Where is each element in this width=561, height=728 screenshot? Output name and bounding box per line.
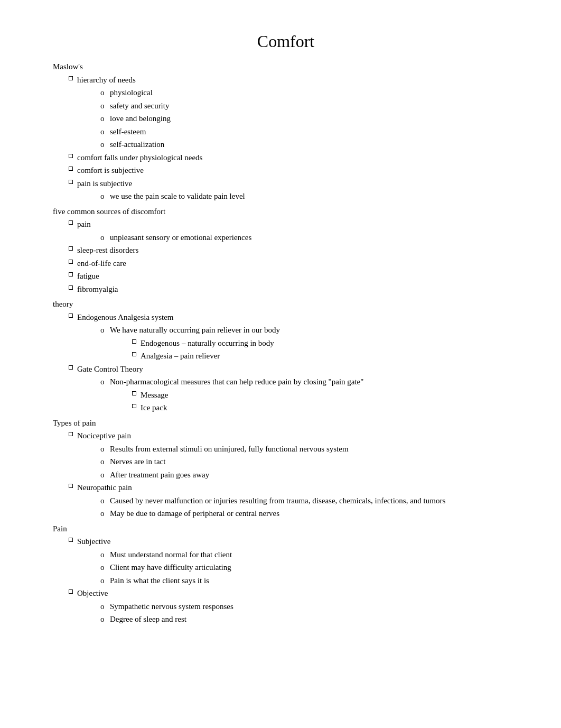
non-pharm-text: Non-pharmacological measures that can he… (110, 376, 519, 388)
pain-says-item: o Pain is what the client says it is (100, 575, 519, 587)
objective-item: Objective (69, 587, 519, 600)
bullet-icon (132, 404, 136, 408)
bullet-icon (69, 432, 73, 436)
bullet-o-icon: o (100, 113, 110, 125)
caused-by-item: o Caused by never malfunction or injurie… (100, 495, 519, 507)
caused-by-text: Caused by never malfunction or injuries … (110, 495, 519, 507)
bullet-o-icon: o (100, 232, 110, 244)
bullet-o-icon: o (100, 495, 110, 507)
comfort-subj-item: comfort is subjective (69, 164, 519, 177)
hierarchy-item: hierarchy of needs (69, 74, 519, 86)
neuropathic-item: Neuropathic pain (69, 482, 519, 494)
unpleasant-item: o unpleasant sensory or emotional experi… (100, 232, 519, 244)
bullet-o-icon: o (100, 324, 110, 336)
bullet-o-icon: o (100, 443, 110, 455)
message-item: Message (132, 389, 519, 401)
fibromyalgia-item: fibromyalgia (69, 283, 519, 296)
comfort-falls-item: comfort falls under physiological needs (69, 152, 519, 164)
bullet-o-icon: o (100, 549, 110, 561)
bullet-o-icon: o (100, 601, 110, 613)
bullet-icon (69, 167, 73, 171)
pain-text: pain (77, 218, 519, 231)
bullet-o-icon: o (100, 190, 110, 202)
bullet-icon (69, 260, 73, 264)
endogenous-item: Endogenous Analgesia system (69, 311, 519, 324)
theory-label: theory (53, 298, 519, 310)
bullet-icon (69, 538, 73, 542)
must-understand-item: o Must understand normal for that client (100, 549, 519, 561)
nociceptive-item: Nociceptive pain (69, 430, 519, 442)
physiological-text: physiological (110, 87, 519, 99)
bullet-icon (69, 220, 73, 225)
page-title: Comfort (53, 32, 519, 51)
bullet-icon (69, 365, 73, 370)
bullet-icon (69, 246, 73, 251)
love-text: love and belonging (110, 113, 519, 125)
end-of-life-text: end-of-life care (77, 257, 519, 270)
pain-scale-item: o we use the pain scale to validate pain… (100, 190, 519, 202)
endogenous-text: Endogenous Analgesia system (77, 311, 519, 324)
self-esteem-item: o self-esteem (100, 126, 519, 138)
bullet-icon (132, 352, 136, 356)
bullet-icon (69, 154, 73, 158)
degree-sleep-item: o Degree of sleep and rest (100, 613, 519, 625)
bullet-o-icon: o (100, 139, 110, 151)
bullet-o-icon: o (100, 508, 110, 520)
bullet-icon (69, 314, 73, 318)
pain-section-label: Pain (53, 523, 519, 535)
message-text: Message (141, 389, 519, 401)
self-act-item: o self-actualization (100, 139, 519, 151)
naturally-item: o We have naturally occurring pain relie… (100, 324, 519, 336)
five-sources-label: five common sources of discomfort (53, 206, 519, 218)
naturally-text: We have naturally occurring pain relieve… (110, 324, 519, 336)
safety-text: safety and security (110, 100, 519, 112)
bullet-o-icon: o (100, 456, 110, 468)
sleep-item: sleep-rest disorders (69, 244, 519, 256)
safety-item: o safety and security (100, 100, 519, 112)
client-difficulty-item: o Client may have difficulty articulatin… (100, 561, 519, 574)
subjective-text: Subjective (77, 536, 519, 548)
love-item: o love and belonging (100, 113, 519, 125)
may-be-text: May be due to damage of peripheral or ce… (110, 508, 519, 520)
neuropathic-text: Neuropathic pain (77, 482, 519, 494)
bullet-o-icon: o (100, 561, 110, 574)
pain-item: pain (69, 218, 519, 231)
bullet-o-icon: o (100, 126, 110, 138)
pain-says-text: Pain is what the client says it is (110, 575, 519, 587)
after-treatment-text: After treatment pain goes away (110, 469, 519, 481)
unpleasant-text: unpleasant sensory or emotional experien… (110, 232, 519, 244)
results-from-item: o Results from external stimuli on uninj… (100, 443, 519, 455)
bullet-icon (69, 76, 73, 80)
degree-sleep-text: Degree of sleep and rest (110, 613, 519, 625)
client-difficulty-text: Client may have difficulty articulating (110, 561, 519, 574)
bullet-icon (69, 180, 73, 184)
maslows-label: Maslow's (53, 61, 519, 73)
pain-subj-item: pain is subjective (69, 178, 519, 190)
endogenous-def-text: Endogenous – naturally occurring in body (141, 337, 519, 349)
bullet-icon (69, 285, 73, 290)
physiological-item: o physiological (100, 87, 519, 99)
bullet-o-icon: o (100, 376, 110, 388)
endogenous-def-item: Endogenous – naturally occurring in body (132, 337, 519, 349)
fatigue-text: fatigue (77, 270, 519, 282)
sympathetic-text: Sympathetic nervous system responses (110, 601, 519, 613)
self-esteem-text: self-esteem (110, 126, 519, 138)
bullet-icon (69, 272, 73, 277)
bullet-o-icon: o (100, 87, 110, 99)
objective-text: Objective (77, 587, 519, 600)
hierarchy-text: hierarchy of needs (77, 74, 519, 86)
bullet-icon (132, 339, 136, 344)
may-be-item: o May be due to damage of peripheral or … (100, 508, 519, 520)
bullet-o-icon: o (100, 100, 110, 112)
nociceptive-text: Nociceptive pain (77, 430, 519, 442)
must-understand-text: Must understand normal for that client (110, 549, 519, 561)
types-of-pain-label: Types of pain (53, 417, 519, 429)
analgesia-def-text: Analgesia – pain reliever (141, 350, 519, 362)
ice-pack-item: Ice pack (132, 402, 519, 414)
bullet-o-icon: o (100, 469, 110, 481)
nerves-intact-item: o Nerves are in tact (100, 456, 519, 468)
bullet-icon (132, 391, 136, 395)
end-of-life-item: end-of-life care (69, 257, 519, 270)
results-from-text: Results from external stimuli on uninjur… (110, 443, 519, 455)
nerves-intact-text: Nerves are in tact (110, 456, 519, 468)
